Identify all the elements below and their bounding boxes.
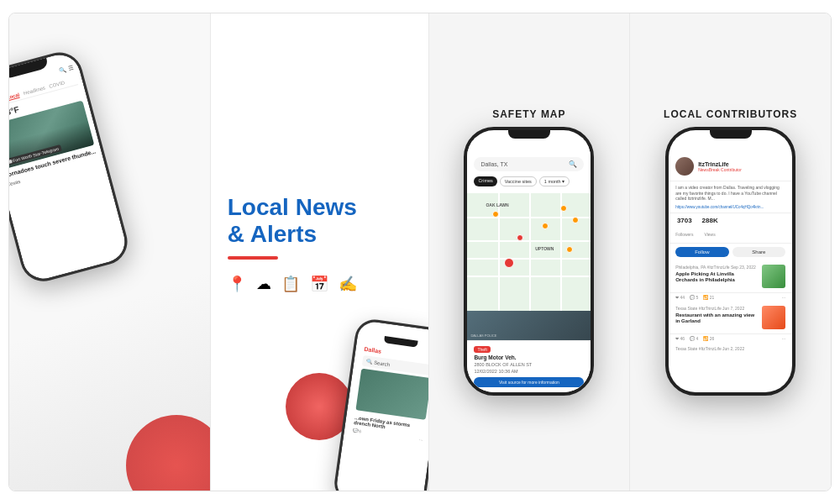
share-button[interactable]: Share — [732, 247, 786, 257]
post-2-title: Restaurant with an amazing view in Garla… — [675, 312, 758, 326]
incident-car-image — [467, 311, 591, 340]
views-stat: 288K Views — [702, 217, 718, 239]
neighborhood-oak-lawn: OAK LAWN — [486, 202, 508, 207]
post-3-meta: Texas State #ItzTrinzLife Jun 2, 2022 — [669, 343, 792, 354]
panel-local-news: Local News & Alerts 📍 ☁ 📋 📅 ✍ Dallas 🔍 S… — [211, 13, 429, 491]
incident-date: 12/02/2022 10:36 AM — [474, 369, 584, 374]
contributor-link[interactable]: https://www.youtube.com/channel/UCo4qHQo… — [669, 205, 792, 213]
safety-map-label: SAFETY MAP — [492, 108, 565, 120]
post-1-meta: Philadelphia, PA #ItzTrinzLife Sep 23, 2… — [675, 265, 758, 270]
map-pin-1[interactable] — [492, 211, 499, 218]
followers-label: Followers — [675, 232, 693, 237]
map-top-bar: Dallas, TX 🔍 Crimes Vaccine sites 1 mont… — [467, 140, 591, 193]
map-pin-selected[interactable] — [504, 258, 514, 268]
local-news-content: Local News & Alerts 📍 ☁ 📋 📅 ✍ — [228, 194, 412, 310]
title-divider — [228, 256, 278, 260]
post-item-1[interactable]: Philadelphia, PA #ItzTrinzLife Sep 23, 2… — [669, 260, 792, 293]
phone-mockup-4: ‹ ItzTrinzLife NewsBreak Contributor I a… — [665, 127, 795, 396]
safety-map-view[interactable]: OAK LAWN UPTOWN — [467, 193, 591, 311]
like-count-1: ❤ 44 — [675, 295, 685, 300]
menu-icon[interactable]: ☰ — [68, 65, 75, 72]
phone-2-map-preview — [355, 369, 429, 420]
contributors-word: CONTRIBUTORS — [706, 108, 797, 120]
map-background: OAK LAWN UPTOWN — [467, 193, 591, 311]
phone-screen-3: ‹ Dallas, TX 🔍 Crimes Vaccine sites 1 mo… — [467, 130, 591, 392]
share-count-2: 🔁 26 — [703, 336, 714, 341]
filter-vaccine[interactable]: Vaccine sites — [500, 176, 537, 186]
post-2-image — [762, 306, 785, 329]
post-2-reactions: ❤ 46 💬 4 🔁 26 ··· — [669, 334, 792, 343]
location-icon: 📍 — [228, 275, 246, 293]
views-count: 288K — [702, 217, 718, 224]
cloud-icon: ☁ — [256, 275, 271, 293]
phone-notch-3 — [508, 130, 550, 139]
contributor-stats: 3703 Followers 288K Views — [669, 213, 792, 244]
followers-count: 3703 — [675, 217, 693, 224]
map-pin-2[interactable] — [542, 223, 549, 229]
post-1-image — [762, 265, 785, 288]
filter-month[interactable]: 1 month ▾ — [539, 176, 570, 186]
local-bold: LOCAL — [664, 108, 702, 120]
tab-headlines[interactable]: Headlines — [23, 85, 46, 97]
tab-covid[interactable]: COVID — [49, 80, 66, 90]
contributor-header: ItzTrinzLife NewsBreak Contributor — [669, 140, 792, 181]
follow-button[interactable]: Follow — [675, 247, 729, 257]
location-search[interactable]: Dallas, TX 🔍 — [474, 157, 584, 171]
post-2-meta: Texas State #ItzTrinzLife Jun 7, 2022 — [675, 306, 758, 311]
filter-crimes[interactable]: Crimes — [474, 176, 496, 186]
map-pin-6[interactable] — [572, 217, 579, 223]
search-icon[interactable]: 🔍 — [58, 66, 67, 75]
contributor-bio: I am a video creator from Dallas. Travel… — [669, 181, 792, 205]
main-title: Local News & Alerts — [228, 194, 412, 248]
search-icon-3: 🔍 — [569, 160, 577, 168]
incident-card: Theft Burg Motor Veh. 2800 BLOCK OF ALLE… — [467, 340, 591, 392]
post-1-info: Philadelphia, PA #ItzTrinzLife Sep 23, 2… — [675, 265, 758, 285]
visit-source-button[interactable]: Visit source for more information — [474, 377, 584, 387]
incident-address: 2800 BLOCK OF ALLEN ST — [474, 362, 584, 367]
calendar-icon: 📅 — [310, 275, 328, 293]
phone-mockup-2: Dallas 🔍 Search ...own Friday as storms … — [332, 317, 429, 491]
views-label: Views — [704, 232, 715, 237]
write-icon: ✍ — [339, 275, 357, 293]
safety-bold: SAFETY — [492, 108, 537, 120]
contributor-actions: Follow Share — [669, 244, 792, 260]
contributor-avatar — [675, 157, 694, 176]
post-2-info: Texas State #ItzTrinzLife Jun 7, 2022 Re… — [675, 306, 758, 326]
main-container: Dallas 🔍 ☰ For You Local Headlines COVID — [8, 13, 832, 491]
phone-screen-2: Dallas 🔍 Search ...own Friday as storms … — [334, 320, 428, 491]
map-pin-4[interactable] — [560, 205, 567, 212]
contributors-label: LOCAL CONTRIBUTORS — [664, 108, 797, 120]
news-icon: 📋 — [281, 275, 300, 293]
contributor-info: ItzTrinzLife NewsBreak Contributor — [698, 161, 785, 172]
street-v-1 — [498, 193, 500, 311]
contributor-name: ItzTrinzLife — [698, 161, 785, 167]
map-pin-5[interactable] — [566, 246, 573, 253]
contributor-badge: NewsBreak Contributor — [698, 167, 785, 172]
phone-mockup-3: ‹ Dallas, TX 🔍 Crimes Vaccine sites 1 mo… — [464, 127, 594, 396]
phone-screen-1: Dallas 🔍 ☰ For You Local Headlines COVID — [9, 50, 129, 283]
street-v-2 — [529, 193, 531, 311]
incident-badge: Theft — [474, 346, 490, 353]
panel-safety-map: SAFETY MAP ‹ Dallas, TX 🔍 Crimes Vaccine… — [429, 13, 631, 491]
neighborhood-uptown: UPTOWN — [535, 246, 554, 251]
more-icon[interactable]: ··· — [418, 437, 423, 443]
feature-icons: 📍 ☁ 📋 📅 ✍ — [228, 275, 412, 293]
post-item-2[interactable]: Texas State #ItzTrinzLife Jun 7, 2022 Re… — [669, 302, 792, 334]
map-regular: MAP — [541, 108, 566, 120]
decorative-circle — [126, 415, 211, 491]
phone-2-notch — [383, 336, 417, 347]
title-bold: Local News — [228, 194, 357, 220]
header-icons: 🔍 ☰ — [58, 65, 74, 75]
phone-screen-4: ‹ ItzTrinzLife NewsBreak Contributor I a… — [669, 130, 792, 392]
map-filters: Crimes Vaccine sites 1 month ▾ — [474, 175, 584, 188]
more-options-1[interactable]: ··· — [782, 295, 785, 300]
search-text: Dallas, TX — [480, 161, 565, 167]
incident-title: Burg Motor Veh. — [474, 354, 584, 360]
post-1-title: Apple Picking At Linvilla Orchards in Ph… — [675, 271, 758, 285]
tab-local[interactable]: Local — [9, 92, 20, 102]
like-count-2: ❤ 46 — [675, 336, 685, 341]
post-1-reactions: ❤ 44 💬 5 🔁 21 ··· — [669, 293, 792, 302]
comment-count-1: 💬 5 — [690, 295, 698, 300]
panel-local-contributors: LOCAL CONTRIBUTORS ‹ ItzTrinzLife NewsBr… — [630, 13, 831, 491]
more-options-2[interactable]: ··· — [782, 336, 785, 341]
